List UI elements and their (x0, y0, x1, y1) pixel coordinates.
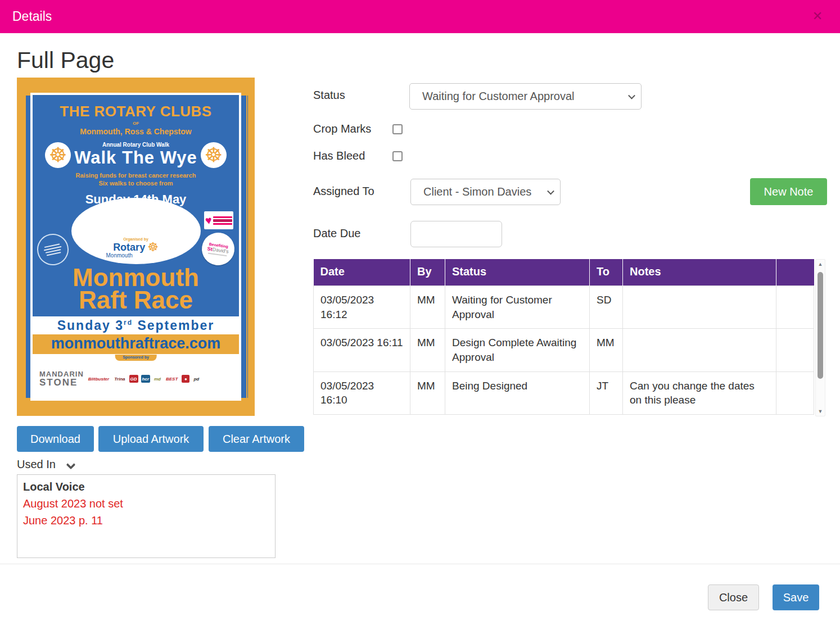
cell-status: Design Complete Awaiting Approval (445, 329, 590, 371)
sponsor-logos: BlitbusterTrinaGDhcrmdBEST●pd (87, 375, 234, 383)
poster-raft-section: Organised by Rotary ☸ Monmouth Benefitin… (33, 232, 239, 398)
table-scrollbar[interactable]: ▲ ▼ (815, 259, 825, 416)
cell-notes (623, 329, 776, 371)
cell-notes (623, 286, 776, 329)
raft-race-title: Monmouth Raft Race (33, 266, 239, 312)
cell-by: MM (410, 286, 445, 329)
used-in-publication: Local Voice (23, 478, 269, 495)
poster-subtitle: Monmouth, Ross & Chepstow (33, 127, 239, 136)
raft-url-band: monmouthraftrace.com Sponsored by (33, 334, 239, 354)
poster-frame: THE ROTARY CLUBS OF Monmouth, Ross & Che… (30, 93, 241, 401)
pink-appeal-logo: ♥ (204, 211, 233, 229)
date-due-label: Date Due (313, 227, 361, 240)
used-in-entry[interactable]: August 2023 not set (23, 495, 269, 512)
cell-by: MM (410, 371, 445, 414)
cell-to: SD (590, 286, 623, 329)
cell-to: MM (590, 329, 623, 371)
table-row: 03/05/2023 16:10MMBeing DesignedJTCan yo… (314, 371, 814, 414)
sponsor-logo: hcr (141, 375, 150, 383)
rotary-wheel-icon: ☸ (45, 142, 71, 168)
cell-status: Being Designed (445, 371, 590, 414)
sponsored-by-tab: Sponsored by (115, 355, 157, 361)
new-note-button[interactable]: New Note (750, 178, 827, 205)
poster-title-of: OF (33, 121, 239, 126)
col-actions (776, 259, 814, 286)
upload-artwork-button[interactable]: Upload Artwork (98, 426, 204, 452)
cell-actions (776, 329, 814, 371)
cell-date: 03/05/2023 16:10 (314, 371, 410, 414)
col-to: To (590, 259, 623, 286)
crop-marks-checkbox[interactable] (392, 124, 403, 134)
assigned-to-select[interactable]: Client - Simon Davies (410, 179, 561, 205)
history-table: Date By Status To Notes 03/05/2023 16:12… (313, 259, 814, 415)
crop-marks-label: Crop Marks (313, 123, 371, 135)
organised-by-panel: Organised by Rotary ☸ Monmouth (71, 198, 201, 264)
rotary-wheel-icon: ☸ (201, 142, 227, 168)
sponsor-logo: ● (182, 375, 189, 383)
download-button[interactable]: Download (17, 426, 94, 452)
used-in-entries: August 2023 not setJune 2023 p. 11 (23, 495, 269, 529)
close-icon[interactable]: ✕ (810, 8, 825, 24)
used-in-chevron-down-icon[interactable] (66, 460, 76, 470)
table-row: 03/05/2023 16:12MMWaiting for Customer A… (314, 286, 814, 329)
organised-by-label: Organised by (123, 237, 148, 241)
save-button[interactable]: Save (773, 584, 819, 610)
walk-subtitle: Annual Rotary Club Walk (102, 142, 169, 148)
sponsor-logo: md (153, 375, 162, 383)
scrollbar-thumb[interactable] (818, 272, 823, 379)
chevron-down-icon (547, 187, 554, 194)
raft-url: monmouthraftrace.com (51, 335, 221, 352)
rotary-wheel-icon: ☸ (147, 241, 159, 253)
modal-header: Details ✕ (0, 0, 840, 33)
details-modal: Details ✕ Full Page THE ROTARY CLUBS OF … (0, 0, 840, 621)
history-table-body: 03/05/2023 16:12MMWaiting for Customer A… (314, 286, 814, 415)
used-in-label: Used In (17, 458, 56, 471)
clear-artwork-button[interactable]: Clear Artwork (209, 426, 304, 452)
cell-date: 03/05/2023 16:11 (314, 329, 410, 371)
sponsor-logo: Blitbuster (87, 375, 110, 383)
col-notes: Notes (623, 259, 776, 286)
scroll-up-icon[interactable]: ▲ (816, 261, 825, 267)
rotary-logo-text: Rotary (113, 242, 145, 253)
cell-actions (776, 286, 814, 329)
footer-divider (0, 564, 840, 564)
cell-to: JT (590, 371, 623, 414)
table-row: 03/05/2023 16:11MMDesign Complete Awaiti… (314, 329, 814, 371)
mandarin-stone-logo: MANDARIN STONE (39, 371, 84, 387)
chevron-down-icon (628, 92, 635, 99)
sponsor-logo: Trina (113, 375, 126, 383)
poster-title: THE ROTARY CLUBS (33, 103, 239, 120)
sponsor-logo: pd (192, 375, 200, 383)
cell-by: MM (410, 329, 445, 371)
has-bleed-checkbox[interactable] (392, 151, 403, 161)
walk-taglines: Raising funds for breast cancer research… (33, 171, 239, 188)
status-label: Status (313, 89, 345, 102)
rotary-town-label: Monmouth (106, 252, 133, 259)
cell-date: 03/05/2023 16:12 (314, 286, 410, 329)
has-bleed-label: Has Bleed (313, 149, 365, 162)
raft-date-band: Sunday 3rd September (33, 316, 239, 334)
date-due-input[interactable] (410, 221, 502, 247)
cell-notes: Can you change the dates on this please (623, 371, 776, 414)
col-by: By (410, 259, 445, 286)
artwork-preview[interactable]: THE ROTARY CLUBS OF Monmouth, Ross & Che… (17, 78, 255, 416)
anniversary-badge (34, 231, 71, 268)
cell-status: Waiting for Customer Approval (445, 286, 590, 329)
col-status: Status (445, 259, 590, 286)
used-in-box: Local Voice August 2023 not setJune 2023… (17, 474, 276, 558)
assigned-to-label: Assigned To (313, 185, 374, 198)
status-select[interactable]: Waiting for Customer Approval (409, 83, 642, 110)
heart-icon: ♥ (205, 214, 213, 226)
sponsor-logo: GD (129, 375, 138, 383)
assigned-to-select-value: Client - Simon Davies (423, 185, 531, 198)
history-table-header: Date By Status To Notes (314, 259, 814, 286)
used-in-entry[interactable]: June 2023 p. 11 (23, 512, 269, 529)
close-button[interactable]: Close (708, 584, 759, 610)
scroll-down-icon[interactable]: ▼ (816, 409, 825, 414)
modal-title: Details (12, 0, 52, 33)
page-title: Full Page (17, 47, 114, 74)
walk-title: Walk The Wye (74, 148, 197, 168)
status-select-value: Waiting for Customer Approval (422, 90, 574, 103)
st-davids-badge: Benefiting StDavid's (200, 230, 237, 268)
col-date: Date (314, 259, 410, 286)
